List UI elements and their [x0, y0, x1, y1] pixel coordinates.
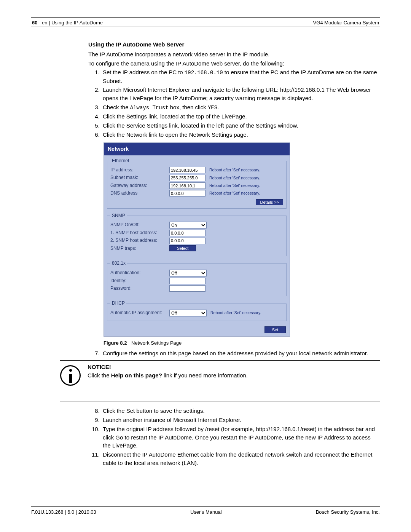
steps-list-b: Click the Set button to save the setting… — [88, 407, 380, 467]
subnet-input[interactable] — [169, 175, 206, 181]
gateway-input[interactable] — [169, 182, 206, 189]
step-9: Launch another instance of Microsoft Int… — [101, 416, 380, 424]
set-button[interactable]: Set — [264, 326, 286, 333]
ip-note: Reboot after 'Set' necessary. — [209, 167, 260, 173]
dhcp-auto-label: Automatic IP assignment: — [110, 310, 169, 316]
system-name: VG4 Modular Camera System — [313, 20, 379, 26]
ethernet-legend: Ethernet — [110, 158, 131, 164]
intro-1: The IP AutoDome incorporates a network v… — [88, 50, 380, 59]
page-footer: F.01U.133.268 | 6.0 | 2010.03 User's Man… — [31, 506, 380, 515]
auth-label: Authentication: — [110, 270, 169, 276]
identity-input[interactable] — [169, 278, 206, 284]
dhcp-legend: DHCP — [110, 300, 126, 307]
intro-2: To configure the camera using the IP Aut… — [88, 59, 380, 68]
step-2: Launch Microsoft Internet Explorer and n… — [101, 86, 380, 102]
snmp-onoff-label: SNMP On/Off: — [110, 222, 169, 228]
8021x-panel: 802.1x Authentication: Off Identity: Pas… — [107, 260, 287, 296]
dhcp-auto-select[interactable]: Off — [169, 310, 207, 316]
snmp-legend: SNMP — [110, 212, 127, 219]
step-4: Click the Settings link, located at the … — [101, 112, 380, 121]
dhcp-note: Reboot after 'Set' necessary. — [210, 310, 261, 316]
footer-right: Bosch Security Systems, Inc. — [316, 509, 380, 515]
subnet-note: Reboot after 'Set' necessary. — [209, 175, 260, 181]
step-6: Click the Network link to open the Netwo… — [101, 131, 380, 139]
snmp-onoff-select[interactable]: On — [169, 222, 207, 228]
footer-center: User's Manual — [190, 509, 222, 515]
page-header: 60 en | Using the IP AutoDome VG4 Modula… — [31, 20, 380, 26]
details-button[interactable]: Details >> — [256, 199, 283, 205]
steps-list-7: Configure the settings on this page base… — [88, 349, 380, 358]
snmp-host2-input[interactable] — [169, 238, 206, 244]
ip-input[interactable] — [169, 167, 206, 173]
step-1: Set the IP address on the PC to 192.168.… — [101, 68, 380, 85]
notice-body: Click the Help on this page? link if you… — [88, 371, 248, 380]
step-8: Click the Set button to save the setting… — [101, 407, 380, 415]
snmp-panel: SNMP SNMP On/Off: On 1. SNMP host addres… — [107, 212, 287, 257]
gateway-label: Gateway address: — [110, 182, 169, 189]
figure-title: Network — [104, 143, 290, 155]
auth-select[interactable]: Off — [169, 270, 207, 276]
step-10: Type the original IP address followed by… — [101, 425, 380, 450]
network-settings-figure: Network Ethernet IP address: Reboot afte… — [104, 142, 290, 336]
snmp-host1-label: 1. SNMP host address: — [110, 230, 169, 236]
dns-label: DNS address — [110, 190, 169, 197]
notice-title: NOTICE! — [88, 363, 248, 371]
gateway-note: Reboot after 'Set' necessary. — [209, 183, 260, 189]
password-label: Password: — [110, 285, 169, 292]
subnet-label: Subnet mask: — [110, 174, 169, 181]
section-title: Using the IP AutoDome Web Server — [88, 40, 380, 49]
identity-label: Identity: — [110, 278, 169, 284]
snmp-select-button[interactable]: Select — [169, 245, 196, 251]
info-icon — [60, 365, 81, 386]
steps-list-a: Set the IP address on the PC to 192.168.… — [88, 68, 380, 139]
figure-caption: Figure 8.2 Network Settings Page — [104, 340, 380, 347]
snmp-host1-input[interactable] — [169, 230, 206, 236]
snmp-traps-label: SNMP traps: — [110, 245, 169, 252]
step-3: Check the Always Trust box, then click Y… — [101, 103, 380, 112]
8021x-legend: 802.1x — [110, 260, 127, 267]
snmp-host2-label: 2. SNMP host address: — [110, 237, 169, 244]
step-11: Disconnect the IP AutoDome Ethernet cabl… — [101, 451, 380, 467]
footer-left: F.01U.133.268 | 6.0 | 2010.03 — [31, 509, 96, 515]
dns-note: Reboot after 'Set' necessary. — [209, 190, 260, 196]
step-7: Configure the settings on this page base… — [101, 349, 380, 358]
notice-block: NOTICE! Click the Help on this page? lin… — [60, 360, 380, 401]
dhcp-panel: DHCP Automatic IP assignment: Off Reboot… — [107, 300, 287, 321]
password-input[interactable] — [169, 285, 206, 292]
page-number: 60 — [32, 20, 37, 26]
dns-input[interactable] — [169, 190, 206, 197]
ethernet-panel: Ethernet IP address: Reboot after 'Set' … — [107, 158, 287, 209]
breadcrumb: en | Using the IP AutoDome — [42, 20, 103, 26]
ip-label: IP address: — [110, 167, 169, 173]
step-5: Click the Service Settings link, located… — [101, 121, 380, 130]
